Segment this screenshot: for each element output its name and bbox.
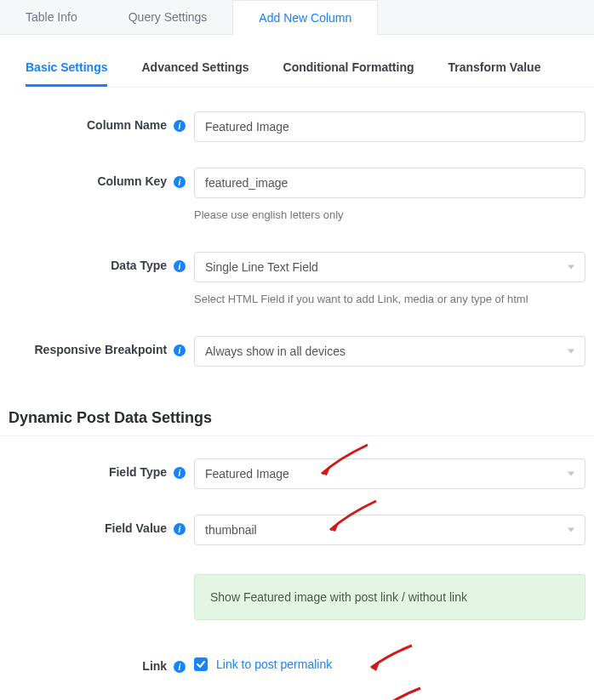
- label-column-name: Column Name i: [0, 111, 194, 132]
- row-data-type: Data Type i Single Line Text Field Selec…: [0, 245, 594, 329]
- row-new-tab: Open Link To New tab i Open link to new …: [0, 695, 594, 700]
- label-text: Field Type: [109, 465, 167, 479]
- select-responsive-breakpoint[interactable]: Always show in all devices: [194, 336, 585, 367]
- label-column-key: Column Key i: [0, 168, 194, 188]
- field-field-type: Featured Image: [194, 458, 594, 489]
- tab-table-info[interactable]: Table Info: [0, 0, 103, 34]
- checkbox-link-permalink[interactable]: [194, 657, 208, 671]
- field-responsive-breakpoint: Always show in all devices: [194, 336, 594, 367]
- row-responsive-breakpoint: Responsive Breakpoint i Always show in a…: [0, 329, 594, 373]
- info-icon[interactable]: i: [174, 260, 186, 272]
- sub-tabs: Basic Settings Advanced Settings Conditi…: [26, 35, 594, 88]
- info-icon[interactable]: i: [174, 120, 186, 132]
- subtab-conditional-formatting[interactable]: Conditional Formatting: [283, 60, 414, 87]
- input-column-key[interactable]: [194, 168, 585, 198]
- row-field-value: Field Value i thumbnail: [0, 508, 594, 552]
- tab-query-settings[interactable]: Query Settings: [103, 0, 233, 34]
- info-icon[interactable]: i: [174, 523, 186, 535]
- select-field-value[interactable]: thumbnail: [194, 515, 585, 545]
- subtab-advanced-settings[interactable]: Advanced Settings: [141, 60, 248, 87]
- check-icon: [197, 660, 205, 669]
- select-field-type[interactable]: Featured Image: [194, 458, 585, 489]
- input-column-name[interactable]: [194, 111, 585, 142]
- field-column-name: [194, 111, 594, 142]
- label-link: Link i: [0, 657, 194, 673]
- hint-column-key: Please use english letters only: [194, 198, 585, 238]
- label-text: Column Name: [87, 118, 167, 132]
- label-data-type: Data Type i: [0, 252, 194, 272]
- field-data-type: Single Line Text Field Select HTML Field…: [194, 252, 594, 322]
- field-column-key: Please use english letters only: [194, 168, 594, 238]
- info-icon[interactable]: i: [174, 661, 186, 673]
- form-area: Column Name i Column Key i Please use en…: [0, 88, 594, 700]
- label-text: Column Key: [97, 174, 167, 188]
- row-link: Link i Link to post permalink: [0, 651, 594, 680]
- label-text: Link: [142, 659, 167, 673]
- label-responsive-breakpoint: Responsive Breakpoint i: [0, 336, 194, 356]
- hint-data-type: Select HTML Field if you want to add Lin…: [194, 282, 585, 322]
- info-banner: Show Featured image with post link / wit…: [194, 574, 585, 620]
- label-text: Data Type: [111, 259, 167, 272]
- label-field-type: Field Type i: [0, 458, 194, 479]
- subtab-basic-settings[interactable]: Basic Settings: [26, 60, 107, 87]
- select-data-type[interactable]: Single Line Text Field: [194, 252, 585, 282]
- label-field-value: Field Value i: [0, 515, 194, 535]
- field-banner: Show Featured image with post link / wit…: [194, 574, 594, 644]
- subtab-transform-value[interactable]: Transform Value: [448, 60, 541, 87]
- label-text: Field Value: [105, 521, 167, 535]
- label-text: Responsive Breakpoint: [35, 343, 168, 356]
- heading-dynamic-post-data: Dynamic Post Data Settings: [0, 394, 594, 436]
- info-icon[interactable]: i: [174, 176, 186, 188]
- label-empty: [0, 574, 194, 581]
- tab-add-new-column[interactable]: Add New Column: [232, 0, 378, 35]
- field-field-value: thumbnail: [194, 515, 594, 545]
- info-icon[interactable]: i: [174, 344, 186, 356]
- checkbox-label-link[interactable]: Link to post permalink: [216, 657, 332, 671]
- top-tabs: Table Info Query Settings Add New Column: [0, 0, 594, 35]
- row-column-name: Column Name i: [0, 105, 594, 149]
- row-column-key: Column Key i Please use english letters …: [0, 161, 594, 245]
- field-link: Link to post permalink: [194, 657, 594, 671]
- row-field-type: Field Type i Featured Image: [0, 452, 594, 496]
- annotation-arrow-icon: [373, 685, 424, 700]
- row-banner: Show Featured image with post link / wit…: [0, 567, 594, 651]
- info-icon[interactable]: i: [174, 467, 186, 479]
